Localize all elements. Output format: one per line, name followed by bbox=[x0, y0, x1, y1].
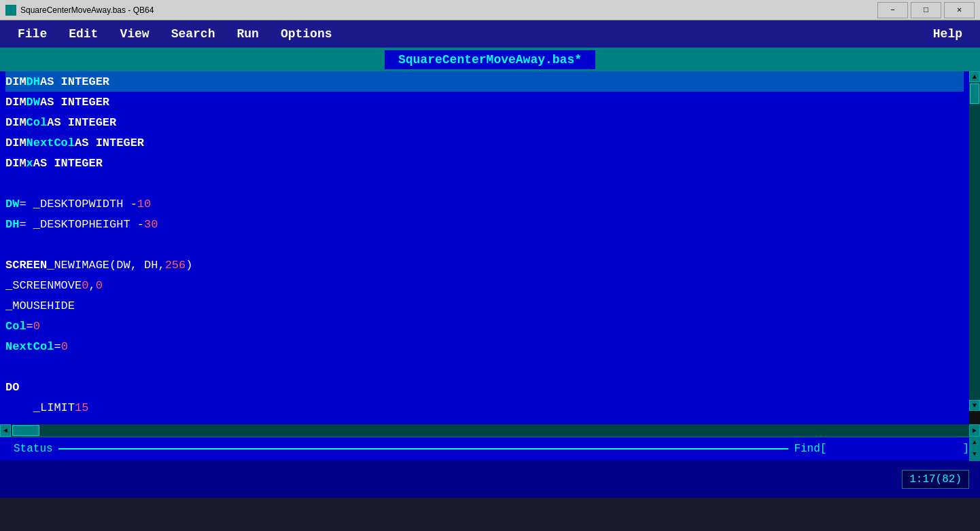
hscroll-right-arrow[interactable]: ► bbox=[969, 424, 980, 437]
scroll-up-arrow[interactable]: ▲ bbox=[969, 71, 980, 82]
scroll-thumb[interactable] bbox=[970, 84, 979, 104]
code-line-14: NextCol = 0 bbox=[5, 336, 964, 356]
scroll-down-arrow[interactable]: ▼ bbox=[969, 400, 980, 411]
code-line-4: DIM NextCol AS INTEGER bbox=[5, 132, 964, 153]
horizontal-scrollbar: ◄ ► bbox=[0, 424, 980, 437]
position-indicator: 1:17(82) bbox=[902, 470, 969, 489]
scroll-thumb-area[interactable] bbox=[969, 82, 980, 400]
menu-options[interactable]: Options bbox=[270, 24, 343, 43]
scrollbar-corner bbox=[969, 411, 980, 424]
find-field: Find[ ] bbox=[794, 441, 969, 457]
menu-run[interactable]: Run bbox=[226, 24, 269, 43]
code-line-17: _LIMIT 15 bbox=[5, 397, 964, 418]
code-line-3: DIM Col AS INTEGER bbox=[5, 112, 964, 132]
code-line-11: _SCREENMOVE 0, 0 bbox=[5, 275, 964, 295]
hscroll-track[interactable] bbox=[11, 424, 969, 437]
menu-file[interactable]: File bbox=[7, 24, 58, 43]
hscroll-left-arrow[interactable]: ◄ bbox=[0, 424, 11, 437]
code-line-13: Col = 0 bbox=[5, 316, 964, 336]
code-line-1: DIM DH AS INTEGER bbox=[5, 71, 964, 92]
status-left: Status bbox=[0, 443, 794, 455]
status-scroll-up[interactable]: ▲ bbox=[969, 437, 980, 449]
bottom-bar: 1:17(82) bbox=[0, 460, 980, 498]
hscroll-thumb[interactable] bbox=[12, 425, 39, 436]
find-input[interactable] bbox=[826, 441, 962, 457]
close-button[interactable]: ✕ bbox=[944, 2, 975, 18]
app-icon bbox=[5, 5, 16, 16]
menu-view[interactable]: View bbox=[109, 24, 160, 43]
find-label: Find[ bbox=[794, 443, 826, 455]
tab-bar: SquareCenterMoveAway.bas* bbox=[0, 48, 980, 71]
find-close-bracket: ] bbox=[962, 443, 969, 455]
status-scroll-down[interactable]: ▼ bbox=[969, 449, 980, 460]
menu-bar: File Edit View Search Run Options Help bbox=[0, 20, 980, 48]
editor-container: DIM DH AS INTEGER DIM DW AS INTEGER DIM … bbox=[0, 71, 980, 424]
code-line-8: DH = _DESKTOPHEIGHT - 30 bbox=[5, 214, 964, 234]
title-bar-text: SquareCenterMoveAway.bas - QB64 bbox=[20, 5, 877, 15]
code-line-7: DW = _DESKTOPWIDTH - 10 bbox=[5, 194, 964, 214]
code-line-5: DIM x AS INTEGER bbox=[5, 153, 964, 173]
code-line-9 bbox=[5, 234, 964, 255]
status-scrollbar: ▲ ▼ bbox=[969, 437, 980, 461]
code-line-15 bbox=[5, 356, 964, 377]
code-line-12: _MOUSEHIDE bbox=[5, 295, 964, 316]
title-bar: SquareCenterMoveAway.bas - QB64 – □ ✕ bbox=[0, 0, 980, 20]
active-tab[interactable]: SquareCenterMoveAway.bas* bbox=[385, 50, 595, 69]
minimize-button[interactable]: – bbox=[877, 2, 908, 18]
status-line bbox=[58, 448, 789, 450]
code-line-10: SCREEN _NEWIMAGE(DW, DH, 256) bbox=[5, 255, 964, 275]
status-bar: Status Find[ ] ▲ ▼ bbox=[0, 437, 980, 460]
code-area[interactable]: DIM DH AS INTEGER DIM DW AS INTEGER DIM … bbox=[0, 71, 969, 424]
code-line-16: DO bbox=[5, 377, 964, 397]
menu-edit[interactable]: Edit bbox=[58, 24, 109, 43]
window-controls: – □ ✕ bbox=[877, 2, 975, 18]
menu-help[interactable]: Help bbox=[922, 24, 973, 43]
maximize-button[interactable]: □ bbox=[911, 2, 941, 18]
code-line-6 bbox=[5, 173, 964, 194]
status-label: Status bbox=[0, 443, 53, 455]
code-line-2: DIM DW AS INTEGER bbox=[5, 92, 964, 112]
menu-search[interactable]: Search bbox=[160, 24, 226, 43]
scrollbar-right: ▲ ▼ bbox=[969, 71, 980, 424]
